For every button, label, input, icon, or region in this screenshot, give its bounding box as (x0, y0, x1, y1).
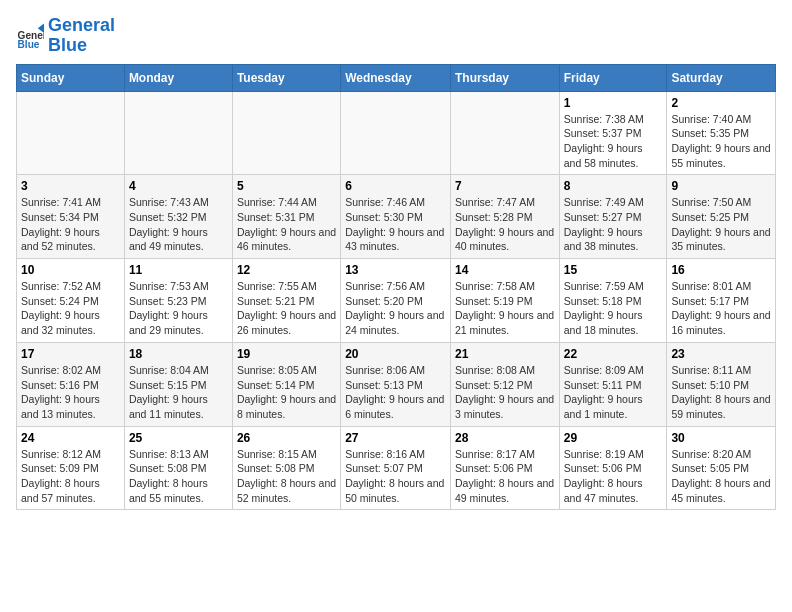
day-number: 23 (671, 347, 771, 361)
page-header: General Blue GeneralBlue (16, 16, 776, 56)
calendar-cell: 28Sunrise: 8:17 AM Sunset: 5:06 PM Dayli… (450, 426, 559, 510)
day-number: 29 (564, 431, 663, 445)
calendar-cell: 20Sunrise: 8:06 AM Sunset: 5:13 PM Dayli… (341, 342, 451, 426)
calendar-header-wednesday: Wednesday (341, 64, 451, 91)
day-info: Sunrise: 7:56 AM Sunset: 5:20 PM Dayligh… (345, 279, 446, 338)
calendar-cell: 13Sunrise: 7:56 AM Sunset: 5:20 PM Dayli… (341, 259, 451, 343)
calendar-cell: 7Sunrise: 7:47 AM Sunset: 5:28 PM Daylig… (450, 175, 559, 259)
calendar-cell: 5Sunrise: 7:44 AM Sunset: 5:31 PM Daylig… (232, 175, 340, 259)
day-number: 25 (129, 431, 228, 445)
day-number: 16 (671, 263, 771, 277)
calendar-header-row: SundayMondayTuesdayWednesdayThursdayFrid… (17, 64, 776, 91)
day-info: Sunrise: 7:44 AM Sunset: 5:31 PM Dayligh… (237, 195, 336, 254)
day-info: Sunrise: 8:20 AM Sunset: 5:05 PM Dayligh… (671, 447, 771, 506)
calendar-cell (17, 91, 125, 175)
day-number: 9 (671, 179, 771, 193)
calendar-cell: 14Sunrise: 7:58 AM Sunset: 5:19 PM Dayli… (450, 259, 559, 343)
logo-text: GeneralBlue (48, 16, 115, 56)
day-info: Sunrise: 7:46 AM Sunset: 5:30 PM Dayligh… (345, 195, 446, 254)
day-number: 22 (564, 347, 663, 361)
day-number: 28 (455, 431, 555, 445)
day-number: 8 (564, 179, 663, 193)
calendar-header-saturday: Saturday (667, 64, 776, 91)
calendar-body: 1Sunrise: 7:38 AM Sunset: 5:37 PM Daylig… (17, 91, 776, 510)
calendar-cell: 4Sunrise: 7:43 AM Sunset: 5:32 PM Daylig… (124, 175, 232, 259)
day-info: Sunrise: 8:12 AM Sunset: 5:09 PM Dayligh… (21, 447, 120, 506)
calendar-cell: 15Sunrise: 7:59 AM Sunset: 5:18 PM Dayli… (559, 259, 667, 343)
week-row-3: 17Sunrise: 8:02 AM Sunset: 5:16 PM Dayli… (17, 342, 776, 426)
day-number: 30 (671, 431, 771, 445)
calendar-cell: 21Sunrise: 8:08 AM Sunset: 5:12 PM Dayli… (450, 342, 559, 426)
calendar-cell: 23Sunrise: 8:11 AM Sunset: 5:10 PM Dayli… (667, 342, 776, 426)
calendar-cell: 16Sunrise: 8:01 AM Sunset: 5:17 PM Dayli… (667, 259, 776, 343)
calendar-cell: 25Sunrise: 8:13 AM Sunset: 5:08 PM Dayli… (124, 426, 232, 510)
day-info: Sunrise: 7:52 AM Sunset: 5:24 PM Dayligh… (21, 279, 120, 338)
logo-icon: General Blue (16, 22, 44, 50)
day-info: Sunrise: 7:55 AM Sunset: 5:21 PM Dayligh… (237, 279, 336, 338)
calendar-cell: 27Sunrise: 8:16 AM Sunset: 5:07 PM Dayli… (341, 426, 451, 510)
calendar-cell: 2Sunrise: 7:40 AM Sunset: 5:35 PM Daylig… (667, 91, 776, 175)
day-info: Sunrise: 8:06 AM Sunset: 5:13 PM Dayligh… (345, 363, 446, 422)
calendar-cell: 11Sunrise: 7:53 AM Sunset: 5:23 PM Dayli… (124, 259, 232, 343)
calendar-table: SundayMondayTuesdayWednesdayThursdayFrid… (16, 64, 776, 511)
day-info: Sunrise: 8:16 AM Sunset: 5:07 PM Dayligh… (345, 447, 446, 506)
day-info: Sunrise: 7:41 AM Sunset: 5:34 PM Dayligh… (21, 195, 120, 254)
calendar-cell: 18Sunrise: 8:04 AM Sunset: 5:15 PM Dayli… (124, 342, 232, 426)
day-info: Sunrise: 8:09 AM Sunset: 5:11 PM Dayligh… (564, 363, 663, 422)
day-number: 11 (129, 263, 228, 277)
calendar-header-sunday: Sunday (17, 64, 125, 91)
day-info: Sunrise: 7:49 AM Sunset: 5:27 PM Dayligh… (564, 195, 663, 254)
day-info: Sunrise: 7:38 AM Sunset: 5:37 PM Dayligh… (564, 112, 663, 171)
day-info: Sunrise: 8:15 AM Sunset: 5:08 PM Dayligh… (237, 447, 336, 506)
day-number: 17 (21, 347, 120, 361)
day-number: 3 (21, 179, 120, 193)
week-row-0: 1Sunrise: 7:38 AM Sunset: 5:37 PM Daylig… (17, 91, 776, 175)
day-number: 13 (345, 263, 446, 277)
day-info: Sunrise: 8:08 AM Sunset: 5:12 PM Dayligh… (455, 363, 555, 422)
day-info: Sunrise: 8:02 AM Sunset: 5:16 PM Dayligh… (21, 363, 120, 422)
calendar-cell (124, 91, 232, 175)
day-info: Sunrise: 8:05 AM Sunset: 5:14 PM Dayligh… (237, 363, 336, 422)
calendar-cell: 1Sunrise: 7:38 AM Sunset: 5:37 PM Daylig… (559, 91, 667, 175)
day-info: Sunrise: 7:47 AM Sunset: 5:28 PM Dayligh… (455, 195, 555, 254)
day-number: 2 (671, 96, 771, 110)
day-number: 21 (455, 347, 555, 361)
calendar-cell: 17Sunrise: 8:02 AM Sunset: 5:16 PM Dayli… (17, 342, 125, 426)
calendar-cell: 9Sunrise: 7:50 AM Sunset: 5:25 PM Daylig… (667, 175, 776, 259)
day-info: Sunrise: 8:01 AM Sunset: 5:17 PM Dayligh… (671, 279, 771, 338)
day-info: Sunrise: 7:58 AM Sunset: 5:19 PM Dayligh… (455, 279, 555, 338)
day-number: 18 (129, 347, 228, 361)
day-number: 4 (129, 179, 228, 193)
calendar-cell: 19Sunrise: 8:05 AM Sunset: 5:14 PM Dayli… (232, 342, 340, 426)
calendar-cell: 8Sunrise: 7:49 AM Sunset: 5:27 PM Daylig… (559, 175, 667, 259)
day-info: Sunrise: 8:04 AM Sunset: 5:15 PM Dayligh… (129, 363, 228, 422)
day-number: 10 (21, 263, 120, 277)
day-number: 24 (21, 431, 120, 445)
calendar-cell: 3Sunrise: 7:41 AM Sunset: 5:34 PM Daylig… (17, 175, 125, 259)
day-info: Sunrise: 8:17 AM Sunset: 5:06 PM Dayligh… (455, 447, 555, 506)
week-row-1: 3Sunrise: 7:41 AM Sunset: 5:34 PM Daylig… (17, 175, 776, 259)
day-info: Sunrise: 7:53 AM Sunset: 5:23 PM Dayligh… (129, 279, 228, 338)
svg-text:Blue: Blue (18, 39, 40, 50)
day-number: 1 (564, 96, 663, 110)
day-info: Sunrise: 8:19 AM Sunset: 5:06 PM Dayligh… (564, 447, 663, 506)
day-number: 27 (345, 431, 446, 445)
day-info: Sunrise: 8:13 AM Sunset: 5:08 PM Dayligh… (129, 447, 228, 506)
day-number: 15 (564, 263, 663, 277)
day-info: Sunrise: 7:50 AM Sunset: 5:25 PM Dayligh… (671, 195, 771, 254)
day-number: 7 (455, 179, 555, 193)
calendar-header-friday: Friday (559, 64, 667, 91)
day-number: 26 (237, 431, 336, 445)
calendar-cell: 6Sunrise: 7:46 AM Sunset: 5:30 PM Daylig… (341, 175, 451, 259)
calendar-header-monday: Monday (124, 64, 232, 91)
day-info: Sunrise: 8:11 AM Sunset: 5:10 PM Dayligh… (671, 363, 771, 422)
week-row-2: 10Sunrise: 7:52 AM Sunset: 5:24 PM Dayli… (17, 259, 776, 343)
calendar-cell: 30Sunrise: 8:20 AM Sunset: 5:05 PM Dayli… (667, 426, 776, 510)
calendar-cell: 24Sunrise: 8:12 AM Sunset: 5:09 PM Dayli… (17, 426, 125, 510)
calendar-cell (232, 91, 340, 175)
logo: General Blue GeneralBlue (16, 16, 115, 56)
calendar-cell: 22Sunrise: 8:09 AM Sunset: 5:11 PM Dayli… (559, 342, 667, 426)
calendar-cell (450, 91, 559, 175)
calendar-cell (341, 91, 451, 175)
week-row-4: 24Sunrise: 8:12 AM Sunset: 5:09 PM Dayli… (17, 426, 776, 510)
